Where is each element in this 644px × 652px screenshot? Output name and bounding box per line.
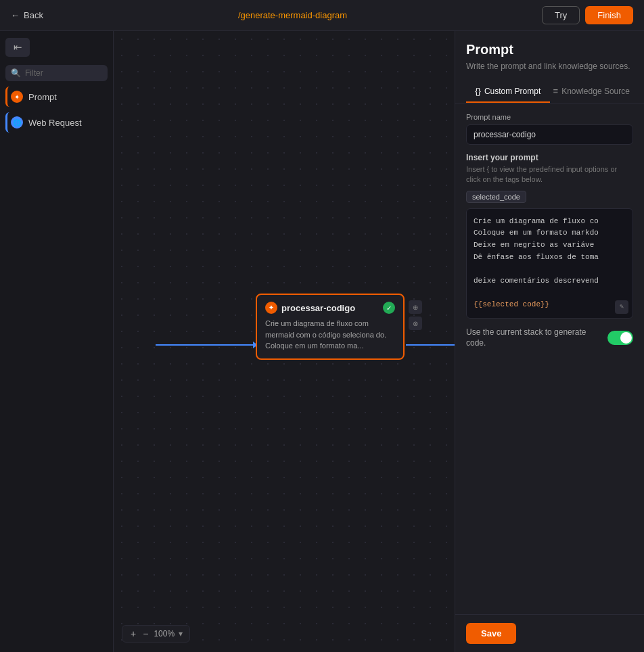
sidebar-item-prompt[interactable]: ✦ Prompt: [5, 87, 108, 107]
prompt-line-1: Crie um diagrama de fluxo co: [474, 216, 626, 228]
node-title-row: ✦ processar-codigo: [265, 302, 355, 314]
search-icon: 🔍: [11, 68, 21, 78]
tab-knowledge-source[interactable]: ≡ Knowledge Source: [550, 80, 634, 103]
zoom-level: 100%: [154, 629, 175, 638]
sidebar-prompt-label: Prompt: [28, 92, 57, 102]
back-button[interactable]: ← Back: [11, 10, 43, 20]
sidebar-collapse-button[interactable]: ⇤: [5, 38, 30, 57]
node-header: ✦ processar-codigo ✓: [265, 302, 395, 314]
node-copy-button[interactable]: ⊕: [409, 300, 422, 314]
node-check-icon: ✓: [383, 302, 395, 314]
web-icon: 🌐: [11, 116, 23, 129]
selected-code-tag[interactable]: selected_code: [466, 191, 526, 203]
custom-prompt-tab-icon: {}: [475, 86, 481, 96]
tag-row: selected_code: [466, 191, 633, 203]
try-button[interactable]: Try: [542, 6, 580, 24]
arrow-connector-2: [406, 344, 455, 346]
node-actions: ⊕ ⊗: [409, 300, 422, 330]
filter-box[interactable]: 🔍: [5, 65, 108, 81]
toggle-row: Use the current stack to generate code.: [466, 327, 633, 350]
zoom-out-button[interactable]: −: [141, 628, 150, 639]
right-panel: Prompt Write the prompt and link knowled…: [455, 31, 644, 652]
breadcrumb: /generate-mermaid-diagram: [238, 10, 347, 20]
tab-custom-prompt[interactable]: {} Custom Prompt: [466, 80, 550, 103]
filter-input[interactable]: [25, 68, 102, 78]
zoom-in-button[interactable]: +: [129, 628, 137, 639]
tab-custom-prompt-label: Custom Prompt: [484, 87, 540, 96]
finish-button[interactable]: Finish: [585, 6, 633, 24]
right-panel-footer: Save: [455, 614, 644, 652]
toggle-switch[interactable]: [607, 331, 633, 345]
node-prompt-icon: ✦: [265, 302, 277, 314]
save-button[interactable]: Save: [466, 623, 516, 644]
insert-prompt-label: Insert your prompt: [466, 153, 633, 162]
toggle-knob: [620, 332, 632, 344]
prompt-code-box[interactable]: Crie um diagrama de fluxo co Coloque em …: [466, 208, 633, 319]
header: ← Back /generate-mermaid-diagram Try Fin…: [0, 0, 644, 31]
canvas[interactable]: ✦ processar-codigo ✓ Crie um diagrama de…: [114, 31, 455, 652]
prompt-line-2: Coloque em um formato markdo: [474, 227, 626, 239]
sidebar-web-label: Web Request: [28, 118, 82, 128]
panel-title: Prompt: [466, 42, 633, 57]
prompt-icon: ✦: [11, 91, 23, 103]
prompt-line-5: [474, 263, 626, 275]
tabs-row: {} Custom Prompt ≡ Knowledge Source: [466, 80, 633, 103]
prompt-variable: {{selected code}}: [474, 299, 626, 311]
sidebar-item-web-request[interactable]: 🌐 Web Request: [5, 112, 108, 133]
breadcrumb-title: generate-mermaid-diagram: [241, 10, 348, 20]
right-panel-body: Prompt name Insert your prompt Insert { …: [455, 103, 644, 614]
node-title: processar-codigo: [281, 303, 355, 313]
panel-subtitle: Write the prompt and link knowledge sour…: [466, 60, 633, 72]
main-layout: ⇤ 🔍 ✦ Prompt 🌐 Web Request ✦ processar-c…: [0, 31, 644, 652]
header-actions: Try Finish: [542, 6, 633, 24]
prompt-line-6: deixe comentários descrevend: [474, 275, 626, 287]
arrow-connector-1: [156, 344, 257, 346]
prompt-name-input[interactable]: [466, 124, 633, 145]
knowledge-source-tab-icon: ≡: [553, 86, 559, 96]
tab-knowledge-source-label: Knowledge Source: [561, 87, 630, 96]
node-processar-codigo[interactable]: ✦ processar-codigo ✓ Crie um diagrama de…: [256, 294, 405, 360]
prompt-line-7: [474, 287, 626, 299]
insert-prompt-section: Insert your prompt Insert { to view the …: [466, 153, 633, 319]
back-label: Back: [24, 10, 43, 20]
zoom-bar: + − 100% ▾: [122, 625, 190, 643]
prompt-name-label: Prompt name: [466, 113, 633, 121]
right-panel-header: Prompt Write the prompt and link knowled…: [455, 31, 644, 103]
sidebar: ⇤ 🔍 ✦ Prompt 🌐 Web Request: [0, 31, 114, 652]
prompt-line-4: Dê ênfase aos fluxos de toma: [474, 252, 626, 264]
node-body: Crie um diagrama de fluxo com mermaid co…: [265, 318, 395, 352]
back-arrow-icon: ←: [11, 10, 20, 20]
prompt-line-3: Deixe em negrito as variáve: [474, 239, 626, 252]
toggle-label: Use the current stack to generate code.: [466, 327, 601, 350]
node-delete-button[interactable]: ⊗: [409, 317, 422, 330]
zoom-dropdown-icon[interactable]: ▾: [179, 629, 183, 638]
prompt-name-field: Prompt name: [466, 113, 633, 145]
insert-prompt-hint: Insert { to view the predefined input op…: [466, 164, 633, 185]
edit-prompt-button[interactable]: ✎: [615, 300, 628, 314]
collapse-icon: ⇤: [14, 41, 22, 53]
